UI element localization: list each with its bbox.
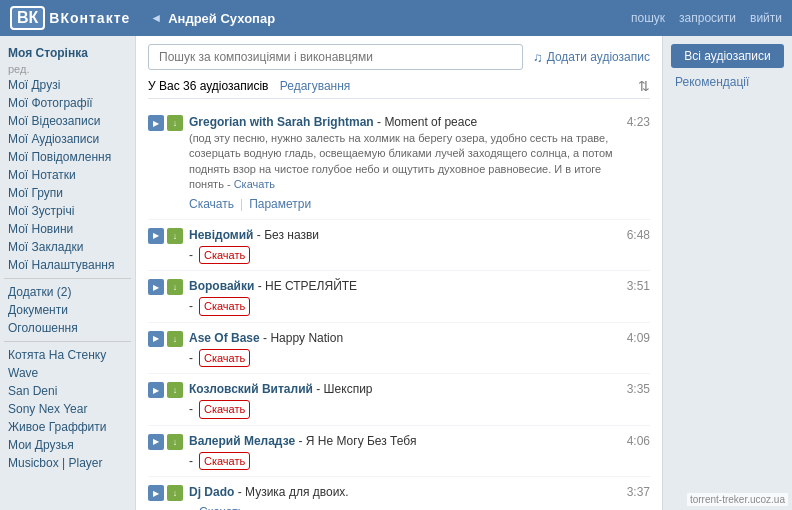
edit-link[interactable]: Редагування bbox=[280, 79, 351, 93]
sidebar-link-group1[interactable]: Котята На Стенку bbox=[4, 346, 131, 364]
download-outlined-4[interactable]: Скачать bbox=[199, 400, 250, 419]
audio-title-6: - Музика для двоих. bbox=[238, 485, 349, 499]
audio-item: ▶ ↓ Козловский Виталий - Шекспир - Скача… bbox=[148, 374, 650, 426]
params-link-0[interactable]: Параметри bbox=[249, 195, 311, 213]
audio-actions-5: - Скачать bbox=[189, 452, 614, 471]
audio-title-1: - Без назви bbox=[257, 228, 319, 242]
audio-title-4: - Шекспир bbox=[316, 382, 372, 396]
play-button-0[interactable]: ▶ bbox=[148, 115, 164, 131]
audio-controls-3: ▶ ↓ bbox=[148, 331, 183, 347]
all-audio-button[interactable]: Всі аудіозаписи bbox=[671, 44, 784, 68]
download-link-0[interactable]: Скачать bbox=[189, 195, 234, 213]
play-button-2[interactable]: ▶ bbox=[148, 279, 164, 295]
audio-controls-5: ▶ ↓ bbox=[148, 434, 183, 450]
audio-info-0: Gregorian with Sarah Brightman - Moment … bbox=[189, 113, 614, 213]
audio-duration-4: 3:35 bbox=[620, 382, 650, 396]
sidebar: Моя Сторінка ред. Мої Друзі Мої Фотограф… bbox=[0, 36, 135, 510]
sidebar-link-photos[interactable]: Мої Фотографії bbox=[4, 94, 131, 112]
sidebar-link-bookmarks[interactable]: Мої Закладки bbox=[4, 238, 131, 256]
audio-info-6: Dj Dado - Музика для двоих. - Скачать bbox=[189, 483, 614, 510]
add-audio-button[interactable]: ♫ Додати аудіозапис bbox=[533, 50, 650, 65]
sidebar-link-meetings[interactable]: Мої Зустрічі bbox=[4, 202, 131, 220]
nav-invite[interactable]: запросити bbox=[679, 11, 736, 25]
download-outlined-3[interactable]: Скачать bbox=[199, 349, 250, 368]
logo-vk-icon: ВК bbox=[10, 6, 45, 30]
sidebar-link-friends[interactable]: Мої Друзі bbox=[4, 76, 131, 94]
audio-item: ▶ ↓ Воровайки - НЕ СТРЕЛЯЙТЕ - Скачать 3… bbox=[148, 271, 650, 323]
logo[interactable]: ВК ВКонтакте bbox=[10, 6, 130, 30]
sidebar-edit-label[interactable]: ред. bbox=[8, 63, 29, 75]
sidebar-link-news[interactable]: Мої Новини bbox=[4, 220, 131, 238]
download-outlined-5[interactable]: Скачать bbox=[199, 452, 250, 471]
audio-artist-5: Валерий Меладзе bbox=[189, 434, 295, 448]
back-arrow[interactable]: ◄ bbox=[150, 11, 162, 25]
audio-info-1: Невідомий - Без назви - Скачать bbox=[189, 226, 614, 265]
audio-desc-0: (под эту песню, нужно залесть на холмик … bbox=[189, 131, 614, 193]
sidebar-link-settings[interactable]: Мої Налаштування bbox=[4, 256, 131, 274]
sidebar-my-page-section: Моя Сторінка ред. Мої Друзі Мої Фотограф… bbox=[4, 44, 131, 274]
audio-artist-2: Воровайки bbox=[189, 279, 254, 293]
play-button-5[interactable]: ▶ bbox=[148, 434, 164, 450]
dl-button-0[interactable]: ↓ bbox=[167, 115, 183, 131]
sidebar-link-addons[interactable]: Додатки (2) bbox=[4, 283, 131, 301]
add-audio-label: Додати аудіозапис bbox=[547, 50, 650, 64]
download-outlined-2[interactable]: Скачать bbox=[199, 297, 250, 316]
play-button-3[interactable]: ▶ bbox=[148, 331, 164, 347]
play-button-4[interactable]: ▶ bbox=[148, 382, 164, 398]
recommendations-link[interactable]: Рекомендації bbox=[671, 72, 784, 92]
sidebar-link-group6[interactable]: Мои Друзья bbox=[4, 436, 131, 454]
sidebar-link-messages[interactable]: Мої Повідомлення bbox=[4, 148, 131, 166]
dl-button-1[interactable]: ↓ bbox=[167, 228, 183, 244]
sidebar-link-group2[interactable]: Wave bbox=[4, 364, 131, 382]
audio-item: ▶ ↓ Dj Dado - Музика для двоих. - Скачат… bbox=[148, 477, 650, 510]
main-layout: Моя Сторінка ред. Мої Друзі Мої Фотограф… bbox=[0, 36, 792, 510]
audio-controls-2: ▶ ↓ bbox=[148, 279, 183, 295]
sidebar-link-audio[interactable]: Мої Аудіозаписи bbox=[4, 130, 131, 148]
sidebar-link-notes[interactable]: Мої Нотатки bbox=[4, 166, 131, 184]
play-button-6[interactable]: ▶ bbox=[148, 485, 164, 501]
audio-count-text: У Вас 36 аудіозаписів Редагування bbox=[148, 79, 350, 93]
header-username: Андрей Сухопар bbox=[168, 11, 631, 26]
nav-logout[interactable]: вийти bbox=[750, 11, 782, 25]
audio-controls-4: ▶ ↓ bbox=[148, 382, 183, 398]
nav-search[interactable]: пошук bbox=[631, 11, 665, 25]
audio-title-2: - НЕ СТРЕЛЯЙТЕ bbox=[258, 279, 357, 293]
audio-actions-3: - Скачать bbox=[189, 349, 614, 368]
audio-count-row: У Вас 36 аудіозаписів Редагування ⇅ bbox=[148, 78, 650, 99]
play-button-1[interactable]: ▶ bbox=[148, 228, 164, 244]
sidebar-link-groups[interactable]: Мої Групи bbox=[4, 184, 131, 202]
sidebar-link-group3[interactable]: San Deni bbox=[4, 382, 131, 400]
download-outlined-1[interactable]: Скачать bbox=[199, 246, 250, 265]
sort-icon[interactable]: ⇅ bbox=[638, 78, 650, 94]
sidebar-link-group7[interactable]: Musicbox | Player bbox=[4, 454, 131, 472]
search-input[interactable] bbox=[148, 44, 523, 70]
search-input-wrap bbox=[148, 44, 523, 70]
sidebar-divider-1 bbox=[4, 278, 131, 279]
audio-item: ▶ ↓ Gregorian with Sarah Brightman - Mom… bbox=[148, 107, 650, 220]
dl-button-4[interactable]: ↓ bbox=[167, 382, 183, 398]
dl-button-5[interactable]: ↓ bbox=[167, 434, 183, 450]
audio-actions-4: - Скачать bbox=[189, 400, 614, 419]
dl-button-3[interactable]: ↓ bbox=[167, 331, 183, 347]
dl-button-6[interactable]: ↓ bbox=[167, 485, 183, 501]
sidebar-link-videos[interactable]: Мої Відеозаписи bbox=[4, 112, 131, 130]
audio-item: ▶ ↓ Ase Of Base - Happy Nation - Скачать… bbox=[148, 323, 650, 375]
audio-count-main: У Вас 36 аудіозаписів bbox=[148, 79, 268, 93]
audio-info-5: Валерий Меладзе - Я Не Могу Без Тебя - С… bbox=[189, 432, 614, 471]
download-link-6[interactable]: Скачать bbox=[199, 503, 244, 510]
audio-duration-6: 3:37 bbox=[620, 485, 650, 499]
sidebar-link-group5[interactable]: Живое Граффити bbox=[4, 418, 131, 436]
audio-actions-0: Скачать | Параметри bbox=[189, 195, 614, 213]
sidebar-link-documents[interactable]: Документи bbox=[4, 301, 131, 319]
dl-button-2[interactable]: ↓ bbox=[167, 279, 183, 295]
audio-controls-0: ▶ ↓ bbox=[148, 115, 183, 131]
audio-duration-2: 3:51 bbox=[620, 279, 650, 293]
audio-info-2: Воровайки - НЕ СТРЕЛЯЙТЕ - Скачать bbox=[189, 277, 614, 316]
audio-list: ▶ ↓ Gregorian with Sarah Brightman - Mom… bbox=[148, 107, 650, 510]
sidebar-link-announcements[interactable]: Оголошення bbox=[4, 319, 131, 337]
logo-text: ВКонтакте bbox=[49, 10, 130, 26]
sidebar-link-my-page[interactable]: Моя Сторінка bbox=[4, 44, 131, 62]
audio-title-5: - Я Не Могу Без Тебя bbox=[298, 434, 416, 448]
audio-info-4: Козловский Виталий - Шекспир - Скачать bbox=[189, 380, 614, 419]
sidebar-link-group4[interactable]: Sony Nex Year bbox=[4, 400, 131, 418]
